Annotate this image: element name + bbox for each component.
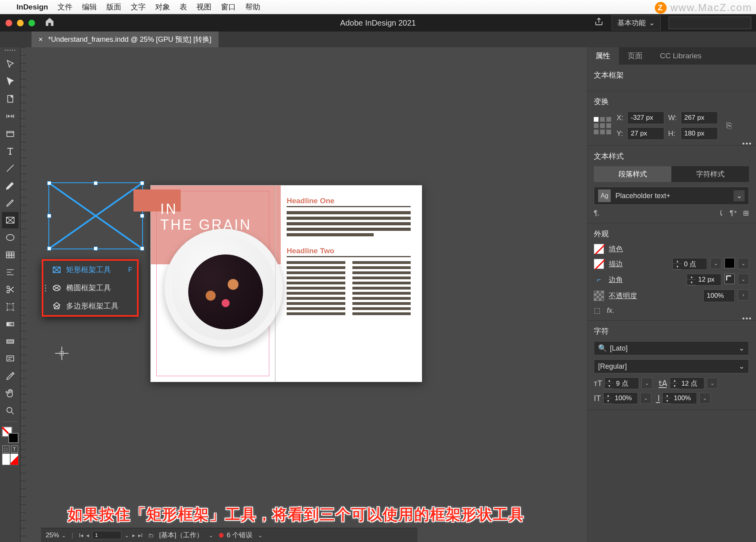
corner-icon[interactable]: ⌐ — [594, 276, 604, 284]
corner-shape-swatch[interactable] — [724, 274, 735, 284]
font-family-dropdown[interactable]: 🔍 [Lato]⌄ — [594, 341, 749, 355]
corner-shape-dropdown[interactable]: ⌄ — [738, 274, 749, 285]
selection-tool[interactable] — [2, 56, 19, 72]
hscale-stepper[interactable]: ▴▾ — [662, 392, 697, 404]
free-transform-tool[interactable] — [2, 299, 19, 315]
app-menu[interactable]: InDesign — [17, 3, 48, 11]
menu-edit[interactable]: 编辑 — [82, 2, 97, 12]
align-tool[interactable] — [2, 264, 19, 280]
fill-swatch[interactable] — [594, 244, 604, 254]
flyout-ellipse-frame[interactable]: 椭圆框架工具 — [47, 279, 137, 297]
tab-pages[interactable]: 页面 — [619, 47, 651, 65]
page-tool[interactable] — [2, 91, 19, 107]
preflight-errors[interactable]: 6 个错误 — [219, 531, 252, 540]
reference-point[interactable] — [594, 117, 611, 134]
last-page-icon[interactable]: ▸I — [138, 532, 143, 538]
gradient-swatch-tool[interactable] — [2, 316, 19, 332]
search-input[interactable] — [669, 17, 751, 29]
selected-frame[interactable] — [48, 182, 143, 249]
headline-1[interactable]: Headline One — [287, 197, 411, 207]
stroke-label[interactable]: 描边 — [609, 259, 623, 269]
open-icon[interactable]: 🗀 — [148, 532, 154, 538]
prev-page-icon[interactable]: ◂ — [86, 532, 89, 538]
stroke-weight-stepper[interactable]: ▴▾ — [673, 258, 707, 270]
rectangle-frame-tool[interactable] — [2, 212, 19, 228]
y-field[interactable] — [627, 127, 664, 140]
canvas-area[interactable]: 矩形框架工具 F 椭圆框架工具 多边形框架工具 — [20, 47, 587, 542]
close-window-button[interactable] — [6, 20, 12, 26]
stroke-weight-dropdown[interactable]: ⌄ — [710, 258, 721, 269]
vscale-stepper[interactable]: ▴▾ — [603, 392, 638, 404]
preflight-profile[interactable]: [基本]（工作） — [159, 531, 203, 540]
stroke-type-dropdown[interactable]: ⌄ — [738, 258, 749, 269]
document-tab[interactable]: × *Understand_frames.indd @ 25% [GPU 预览]… — [32, 32, 219, 47]
constrain-icon[interactable]: ⎘ — [726, 121, 732, 131]
opacity-dropdown[interactable]: › — [738, 290, 749, 301]
gap-tool[interactable] — [2, 108, 19, 124]
page-navigator[interactable]: I◂ ◂ ⌄ ▸ ▸I — [79, 531, 143, 539]
formatting-affects[interactable]: □T — [2, 445, 18, 453]
clear-overrides-icon[interactable]: ⤹ — [718, 209, 724, 217]
content-collector-tool[interactable] — [2, 125, 19, 142]
direct-selection-tool[interactable] — [2, 73, 19, 90]
tab-properties[interactable]: 属性 — [587, 47, 619, 65]
character-style-tab[interactable]: 字符样式 — [671, 166, 749, 182]
fill-stroke-swatch[interactable] — [2, 427, 19, 443]
corner-size-stepper[interactable]: ▴▾ — [687, 274, 721, 286]
fill-label[interactable]: 填色 — [609, 244, 623, 254]
leading-stepper[interactable]: ▴▾ — [670, 377, 704, 389]
corner-label[interactable]: 边角 — [609, 275, 623, 284]
paragraph-style-tab[interactable]: 段落样式 — [594, 166, 671, 182]
hand-tool[interactable] — [2, 385, 19, 402]
body-text-1[interactable] — [287, 211, 411, 236]
menu-table[interactable]: 表 — [180, 2, 187, 12]
stroke-type-swatch[interactable] — [724, 258, 735, 268]
tab-cc-libraries[interactable]: CC Libraries — [651, 47, 710, 65]
close-tab-icon[interactable]: × — [39, 35, 43, 44]
right-page[interactable]: Headline One Headline Two — [275, 185, 422, 382]
panel-grip[interactable] — [2, 50, 18, 54]
opacity-label[interactable]: 不透明度 — [609, 291, 637, 301]
home-icon[interactable] — [44, 17, 55, 29]
share-icon[interactable] — [594, 17, 604, 29]
note-tool[interactable] — [2, 351, 19, 367]
body-columns[interactable] — [287, 261, 411, 315]
gradient-feather-tool[interactable] — [2, 333, 19, 350]
menu-layout[interactable]: 版面 — [106, 2, 121, 12]
flyout-tear-handle[interactable] — [43, 261, 47, 315]
headline-2[interactable]: Headline Two — [287, 247, 411, 257]
x-field[interactable] — [627, 111, 664, 124]
next-page-icon[interactable]: ▸ — [132, 532, 135, 538]
page-field[interactable] — [92, 531, 121, 539]
crop-icon[interactable]: ⬚ — [594, 306, 600, 315]
menu-help[interactable]: 帮助 — [245, 2, 260, 12]
minimize-window-button[interactable] — [17, 20, 24, 26]
pen-tool[interactable] — [2, 177, 19, 194]
opacity-field[interactable] — [703, 290, 735, 302]
left-page[interactable]: INTHE GRAIN — [150, 185, 275, 382]
type-tool[interactable] — [2, 143, 19, 159]
flyout-rect-frame[interactable]: 矩形框架工具 F — [47, 261, 137, 279]
menu-window[interactable]: 窗口 — [221, 2, 236, 12]
zoom-dropdown[interactable]: 25% ⌄ — [46, 531, 66, 539]
w-field[interactable] — [681, 111, 718, 124]
flyout-polygon-frame[interactable]: 多边形框架工具 — [47, 297, 137, 315]
menu-file[interactable]: 文件 — [57, 2, 72, 12]
pilcrow-icon[interactable]: ¶. — [594, 209, 600, 217]
ellipse-tool[interactable] — [2, 229, 19, 246]
new-style-icon[interactable]: ⊞ — [743, 209, 749, 217]
menu-view[interactable]: 视图 — [196, 2, 211, 12]
font-size-stepper[interactable]: ▴▾ — [604, 377, 639, 389]
menu-type[interactable]: 文字 — [131, 2, 146, 12]
table-tool[interactable] — [2, 247, 19, 263]
font-style-dropdown[interactable]: [Regular]⌄ — [594, 359, 749, 373]
menu-object[interactable]: 对象 — [155, 2, 170, 12]
scissors-tool[interactable] — [2, 281, 19, 298]
redefine-style-icon[interactable]: ¶⁺ — [730, 209, 737, 217]
document-spread[interactable]: INTHE GRAIN Headline One Headline Two — [150, 185, 422, 382]
h-field[interactable] — [681, 127, 718, 140]
stroke-swatch[interactable] — [594, 259, 604, 269]
line-tool[interactable] — [2, 160, 19, 176]
eyedropper-tool[interactable] — [2, 368, 19, 384]
first-page-icon[interactable]: I◂ — [79, 532, 83, 538]
